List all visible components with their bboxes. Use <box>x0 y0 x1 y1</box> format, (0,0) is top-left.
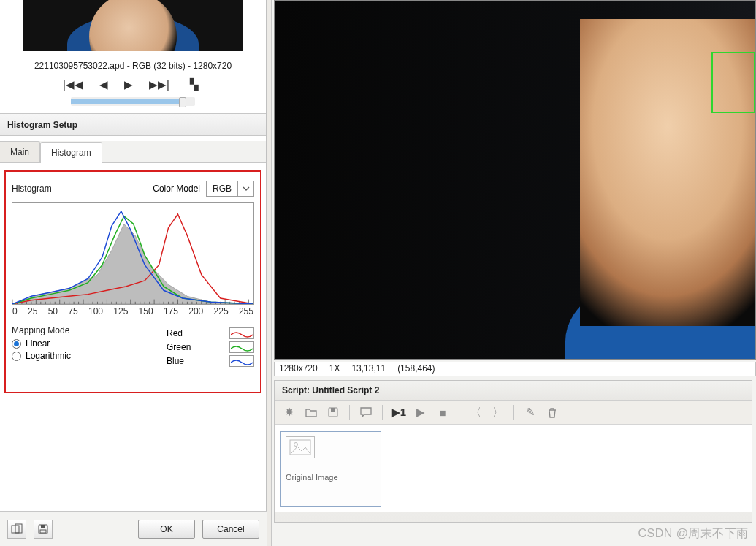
axis-tick: 225 <box>214 306 229 316</box>
status-dimensions: 1280x720 <box>279 363 318 374</box>
axis-tick: 255 <box>239 306 253 316</box>
legend-blue-label: Blue <box>167 356 184 366</box>
play-button[interactable]: ▶ <box>124 78 133 91</box>
delete-icon[interactable] <box>545 405 560 420</box>
splitter[interactable] <box>267 0 272 546</box>
legend: Red Green Blue <box>167 325 254 369</box>
script-panel: Script: Untitled Script 2 ✸ ▶1 ▶ ■ 〈 〉 ✎ <box>274 380 752 523</box>
last-frame-button[interactable]: ▶▶| <box>149 78 169 91</box>
axis-tick: 25 <box>28 306 37 316</box>
svg-rect-56 <box>40 530 46 533</box>
face-detection-box <box>711 52 755 113</box>
stop-button[interactable]: ■ <box>435 405 450 420</box>
next-step-icon[interactable]: 〉 <box>490 405 505 420</box>
tab-histogram[interactable]: Histogram <box>40 142 102 163</box>
status-coords: (158,464) <box>397 363 435 374</box>
axis-tick: 150 <box>139 306 153 316</box>
thumbnail-file-label: 221103095753022.apd - RGB (32 bits) - 12… <box>0 61 266 71</box>
load-settings-button[interactable] <box>7 520 26 539</box>
svg-rect-59 <box>290 440 310 455</box>
axis-tick: 200 <box>188 306 203 316</box>
legend-red-swatch <box>229 327 254 339</box>
image-viewer[interactable] <box>274 0 756 360</box>
chevron-down-icon <box>237 181 253 197</box>
axis-tick: 175 <box>164 306 178 316</box>
legend-red-label: Red <box>167 328 183 338</box>
histogram-plot <box>12 202 254 305</box>
playback-controls: |◀◀ ◀ ▶ ▶▶| ▝▖ <box>0 78 266 91</box>
svg-rect-58 <box>331 408 335 412</box>
edit-icon[interactable]: ✎ <box>523 405 538 420</box>
prev-frame-button[interactable]: ◀ <box>99 78 108 91</box>
script-title: Script: Untitled Script 2 <box>275 381 752 401</box>
script-step-strip: Original Image <box>275 425 752 512</box>
image-placeholder-icon <box>286 436 315 458</box>
tab-main[interactable]: Main <box>0 141 40 162</box>
thumbnail-image <box>23 0 243 51</box>
radio-linear-label: Linear <box>26 338 50 349</box>
mapping-mode-label: Mapping Mode <box>12 325 167 335</box>
axis-tick: 75 <box>68 306 77 316</box>
radio-icon <box>12 352 21 361</box>
first-frame-button[interactable]: |◀◀ <box>63 78 83 91</box>
axis-tick: 100 <box>88 306 103 316</box>
legend-blue-swatch <box>229 355 254 367</box>
axis-tick: 50 <box>48 306 58 316</box>
axis-tick: 125 <box>113 306 128 316</box>
right-side: 1280x720 1X 13,13,11 (158,464) Script: U… <box>267 0 756 546</box>
section-header-histogram-setup: Histogram Setup <box>0 113 266 136</box>
new-step-icon[interactable]: ✸ <box>282 405 297 420</box>
frame-slider[interactable] <box>71 97 195 106</box>
status-zoom: 1X <box>329 363 340 374</box>
tab-bar: Main Histogram <box>0 141 266 163</box>
status-rgb: 13,13,11 <box>351 363 386 374</box>
run-once-button[interactable]: ▶1 <box>392 405 406 420</box>
script-step-caption: Original Image <box>286 473 376 482</box>
cancel-button[interactable]: Cancel <box>202 520 259 539</box>
run-button[interactable]: ▶ <box>413 405 428 420</box>
viewer-status-bar: 1280x720 1X 13,13,11 (158,464) <box>274 362 756 376</box>
histogram-axis: 0 25 50 75 100 125 150 175 200 225 255 <box>12 306 254 316</box>
comment-icon[interactable] <box>359 405 373 420</box>
color-model-value: RGB <box>207 183 237 194</box>
script-toolbar: ✸ ▶1 ▶ ■ 〈 〉 ✎ <box>275 401 752 425</box>
histogram-label: Histogram <box>12 183 52 194</box>
save-settings-button[interactable] <box>34 520 53 539</box>
playback-extra-icon[interactable]: ▝▖ <box>186 78 203 91</box>
color-model-select[interactable]: RGB <box>206 181 254 197</box>
script-step-tile[interactable]: Original Image <box>280 431 381 507</box>
prev-step-icon[interactable]: 〈 <box>468 405 483 420</box>
save-icon[interactable] <box>326 405 340 420</box>
axis-tick: 0 <box>12 306 18 316</box>
radio-logarithmic[interactable]: Logarithmic <box>12 351 167 361</box>
legend-green-swatch <box>229 341 254 353</box>
legend-green-label: Green <box>167 342 191 352</box>
svg-rect-55 <box>41 525 45 528</box>
ok-button[interactable]: OK <box>138 520 195 539</box>
histogram-config-group: Histogram Color Model RGB 0 25 50 75 100… <box>4 170 261 393</box>
left-panel: 221103095753022.apd - RGB (32 bits) - 12… <box>0 0 267 546</box>
mapping-mode-group: Mapping Mode Linear Logarithmic <box>12 325 167 369</box>
color-model-label: Color Model <box>153 183 200 194</box>
radio-logarithmic-label: Logarithmic <box>26 351 71 361</box>
radio-linear[interactable]: Linear <box>12 338 167 349</box>
thumbnail-area <box>0 0 266 51</box>
dialog-bottom-bar: OK Cancel <box>0 511 267 546</box>
radio-icon <box>12 339 21 349</box>
svg-point-60 <box>294 443 298 447</box>
open-icon[interactable] <box>304 405 318 420</box>
